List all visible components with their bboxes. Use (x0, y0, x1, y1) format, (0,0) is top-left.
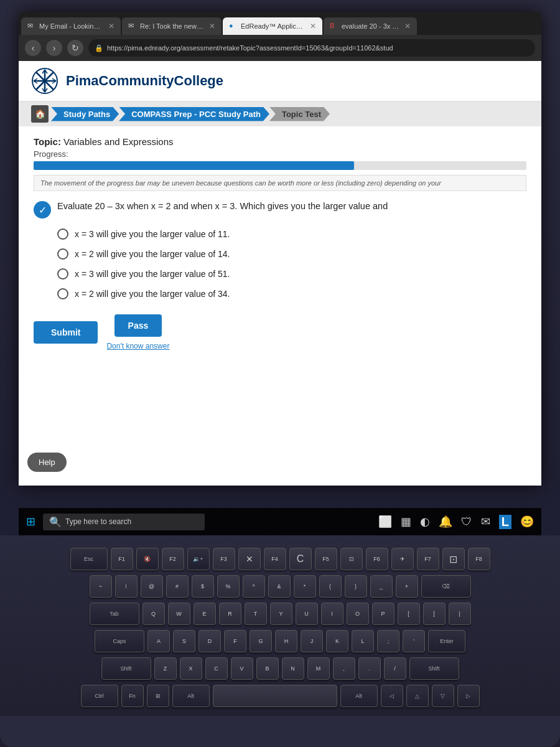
address-bar[interactable]: 🔒 https://pima.edready.org/assessment/re… (88, 39, 535, 57)
key-pipe[interactable]: | (449, 603, 471, 625)
key-b[interactable]: B (256, 657, 279, 680)
key-e[interactable]: E (194, 603, 216, 625)
key-plus[interactable]: + (396, 575, 418, 598)
tab-edready[interactable]: ● EdReady™ Application Topic Test ✕ (223, 17, 322, 35)
key-dollar[interactable]: $ (192, 575, 214, 598)
key-comma[interactable]: , (333, 657, 355, 680)
key-arrow-right[interactable]: ▷ (457, 685, 480, 707)
key-tilde[interactable]: ~ (90, 575, 112, 598)
key-percent[interactable]: % (217, 575, 240, 598)
key-f5[interactable]: F5 (315, 548, 337, 570)
key-mute[interactable]: 🔇 (136, 548, 159, 570)
edge-icon[interactable]: ◐ (420, 515, 430, 529)
key-star[interactable]: * (294, 575, 316, 598)
key-hash[interactable]: # (166, 575, 189, 598)
key-f6[interactable]: F6 (366, 548, 388, 570)
key-semicolon[interactable]: ; (377, 630, 399, 652)
tab-orientation-close[interactable]: ✕ (209, 22, 215, 31)
answer-option-a[interactable]: x = 3 will give you the larger value of … (57, 228, 526, 240)
key-p[interactable]: P (372, 603, 394, 625)
key-tab[interactable]: Tab (90, 603, 139, 625)
refresh-button[interactable]: ↻ (67, 40, 83, 56)
key-f4[interactable]: ✕ (238, 548, 261, 570)
tab-evaluate-close[interactable]: ✕ (404, 22, 411, 31)
tab-email-close[interactable]: ✕ (108, 22, 114, 31)
breadcrumb-home-icon[interactable]: 🏠 (31, 105, 49, 123)
key-w[interactable]: W (168, 603, 190, 625)
forward-button[interactable]: › (46, 40, 62, 56)
pass-button[interactable]: Pass (114, 314, 162, 337)
breadcrumb-compass-prep[interactable]: COMPASS Prep - PCC Study Path (119, 107, 269, 121)
key-rparen[interactable]: ) (345, 575, 367, 598)
notification-icon[interactable]: 🔔 (439, 515, 452, 529)
key-i[interactable]: I (321, 603, 343, 625)
key-lbracket[interactable]: [ (398, 603, 420, 625)
key-f8[interactable]: ⊡ (442, 548, 465, 570)
key-cv[interactable]: C (205, 657, 228, 680)
key-at[interactable]: @ (141, 575, 163, 598)
key-period[interactable]: . (358, 657, 381, 680)
key-k[interactable]: K (326, 630, 348, 652)
shield-icon[interactable]: 🛡 (461, 515, 472, 529)
key-1[interactable]: ! (115, 575, 138, 598)
key-win[interactable]: ⊞ (147, 685, 169, 707)
tab-email[interactable]: ✉ My Email - LookingGlass ✕ (21, 17, 121, 35)
key-shift-left[interactable]: Shift (101, 657, 151, 680)
key-q[interactable]: Q (142, 603, 165, 625)
key-f1[interactable]: F1 (111, 548, 133, 570)
key-j[interactable]: J (301, 630, 323, 652)
key-vol-down[interactable]: 🔉+ (187, 548, 210, 570)
key-f3[interactable]: F3 (213, 548, 235, 570)
key-u[interactable]: U (296, 603, 318, 625)
answer-option-c[interactable]: x = 3 will give you the larger value of … (57, 268, 526, 280)
key-slash[interactable]: / (384, 657, 406, 680)
key-g[interactable]: G (250, 630, 272, 652)
radio-option-b[interactable] (57, 248, 68, 260)
key-caret[interactable]: ^ (243, 575, 265, 598)
key-alt-left[interactable]: Alt (172, 685, 210, 707)
key-backspace[interactable]: ⌫ (421, 575, 471, 598)
key-f2[interactable]: F2 (162, 548, 184, 570)
taskbar-search-bar[interactable]: 🔍 Type here to search (43, 514, 205, 530)
mail-icon[interactable]: ✉ (481, 515, 490, 529)
key-n[interactable]: N (282, 657, 304, 680)
key-lparen[interactable]: ( (319, 575, 342, 598)
smiley-icon[interactable]: 😊 (520, 515, 534, 529)
windows-icon[interactable]: ⊞ (26, 515, 35, 529)
key-screen-icon[interactable]: ⊡ (340, 548, 363, 570)
key-arrow-up[interactable]: △ (406, 685, 429, 707)
key-v[interactable]: V (231, 657, 253, 680)
key-f7[interactable]: F7 (417, 548, 439, 570)
key-z[interactable]: Z (154, 657, 177, 680)
radio-option-a[interactable] (57, 228, 68, 240)
key-alt-right[interactable]: Alt (340, 685, 378, 707)
key-c[interactable]: C (289, 548, 312, 570)
key-arrow-down[interactable]: ▽ (432, 685, 454, 707)
breadcrumb-topic-test[interactable]: Topic Test (269, 107, 330, 121)
breadcrumb-study-paths[interactable]: Study Paths (51, 107, 119, 121)
key-a[interactable]: A (147, 630, 170, 652)
key-r[interactable]: R (219, 603, 241, 625)
answer-option-b[interactable]: x = 2 will give you the larger value of … (57, 248, 526, 260)
key-enter[interactable]: Enter (428, 630, 465, 652)
key-m[interactable]: M (307, 657, 330, 680)
key-esc[interactable]: Esc (70, 548, 108, 570)
key-d[interactable]: D (198, 630, 221, 652)
answer-option-d[interactable]: x = 2 will give you the larger value of … (57, 288, 526, 299)
key-fn[interactable]: Fn (121, 685, 144, 707)
key-x[interactable]: X (180, 657, 202, 680)
radio-option-d[interactable] (57, 288, 68, 299)
task-view-icon[interactable]: ⬜ (378, 515, 392, 529)
key-space[interactable] (213, 685, 337, 707)
dont-know-link[interactable]: Don't know answer (106, 342, 169, 350)
submit-button[interactable]: Submit (34, 321, 98, 344)
key-h[interactable]: H (275, 630, 297, 652)
key-t[interactable]: T (245, 603, 267, 625)
key-shift-right[interactable]: Shift (409, 657, 459, 680)
tab-orientation[interactable]: ✉ Re: I Took the new student orien… ✕ (122, 17, 222, 35)
key-airplane[interactable]: ✈ (391, 548, 414, 570)
key-f[interactable]: F (224, 630, 246, 652)
back-button[interactable]: ‹ (25, 40, 41, 56)
key-underscore[interactable]: _ (370, 575, 393, 598)
help-button[interactable]: Help (27, 453, 67, 472)
